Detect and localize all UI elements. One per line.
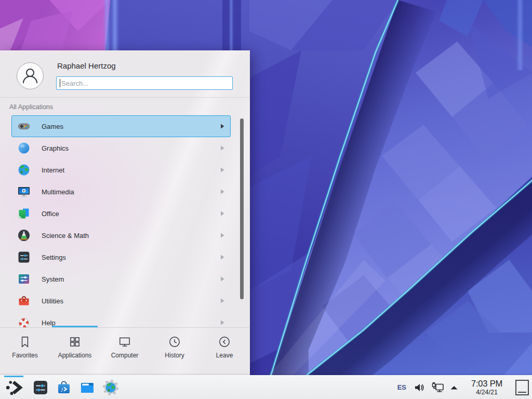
show-desktop-button[interactable] [515, 380, 529, 395]
system-tray: ES [397, 379, 532, 396]
tab-computer[interactable]: Computer [100, 328, 150, 376]
network-tray-item[interactable] [431, 382, 445, 393]
speaker-icon [414, 382, 425, 393]
leave-icon [218, 335, 231, 349]
category-label: Settings [42, 254, 66, 261]
user-name: Raphael Hertzog [57, 61, 116, 70]
tab-applications[interactable]: Applications [50, 328, 100, 376]
launcher-tab-bar: Favorites Applications Computer [0, 327, 249, 376]
submenu-arrow-icon [220, 167, 225, 173]
tab-label: Applications [58, 352, 92, 359]
utilities-toolbox-icon [17, 294, 31, 308]
category-list: Games Graphics [11, 115, 231, 327]
submenu-arrow-icon [220, 123, 225, 129]
discover-software-center-icon [56, 379, 72, 396]
volume-tray-item[interactable] [414, 382, 425, 393]
system-sliders-icon [17, 272, 31, 286]
graphics-sphere-icon [17, 141, 31, 155]
taskbar-system-settings[interactable] [32, 376, 49, 399]
category-label: Internet [42, 166, 64, 174]
category-label: Office [42, 210, 59, 218]
tab-label: Favorites [12, 352, 37, 359]
dolphin-file-manager-icon [79, 379, 96, 396]
wired-network-icon [431, 382, 445, 393]
digital-clock[interactable]: 7:03 PM 4/24/21 [467, 379, 507, 396]
active-tab-indicator [52, 326, 98, 327]
application-launcher-popup: Raphael Hertzog All Applications Games [0, 50, 250, 375]
clock-date: 4/24/21 [467, 389, 507, 396]
category-label: System [42, 275, 64, 283]
category-row-help[interactable]: Help [11, 312, 231, 327]
application-launcher-button[interactable] [3, 376, 25, 399]
category-row-utilities[interactable]: Utilities [11, 290, 231, 312]
submenu-arrow-icon [220, 232, 225, 238]
clock-time: 7:03 PM [467, 379, 507, 388]
tab-label: Leave [216, 352, 233, 359]
gamepad-icon [17, 119, 31, 133]
show-desktop-icon [515, 380, 529, 395]
globe-icon [17, 163, 31, 177]
launcher-header: Raphael Hertzog [0, 50, 249, 98]
computer-icon [118, 335, 131, 349]
text-cursor [60, 79, 60, 87]
kickoff-launcher-icon [4, 378, 24, 397]
category-label: Utilities [42, 297, 63, 305]
taskbar-left [0, 376, 119, 399]
category-row-science-math[interactable]: Science & Math [11, 224, 231, 246]
history-clock-icon [168, 335, 181, 349]
search-input[interactable] [56, 76, 233, 90]
app-grid-icon [68, 335, 82, 349]
category-row-office[interactable]: Office [11, 203, 231, 224]
category-row-graphics[interactable]: Graphics [11, 137, 231, 159]
active-task-indicator [4, 376, 23, 377]
tab-favorites[interactable]: Favorites [0, 328, 50, 376]
submenu-arrow-icon [220, 320, 225, 326]
help-lifebuoy-icon [17, 316, 31, 327]
science-flask-icon [17, 229, 31, 242]
scrollbar[interactable] [240, 118, 244, 299]
multimedia-monitor-icon [17, 185, 31, 198]
category-label: Games [42, 123, 63, 130]
tray-expander[interactable] [450, 385, 458, 390]
taskbar: ES [0, 375, 532, 399]
section-label: All Applications [9, 103, 53, 111]
submenu-arrow-icon [220, 189, 225, 195]
taskbar-web-browser[interactable] [102, 376, 119, 399]
category-label: Graphics [42, 144, 69, 152]
category-label: Multimedia [42, 188, 74, 196]
category-label: Science & Math [42, 232, 89, 240]
caret-up-icon [450, 385, 458, 390]
tab-leave[interactable]: Leave [200, 328, 249, 376]
submenu-arrow-icon [220, 298, 225, 304]
category-row-settings[interactable]: Settings [11, 246, 231, 268]
submenu-arrow-icon [220, 254, 225, 260]
submenu-arrow-icon [220, 276, 225, 282]
user-icon [17, 63, 43, 89]
taskbar-file-manager[interactable] [79, 376, 96, 399]
taskbar-discover[interactable] [56, 376, 72, 399]
user-avatar[interactable] [17, 62, 44, 89]
system-settings-icon [32, 379, 49, 396]
desktop: Raphael Hertzog All Applications Games [0, 0, 532, 399]
category-row-games[interactable]: Games [11, 115, 231, 137]
settings-sliders-icon [17, 250, 31, 264]
bookmark-icon [18, 335, 32, 349]
category-row-multimedia[interactable]: Multimedia [11, 181, 231, 203]
category-row-internet[interactable]: Internet [11, 159, 231, 181]
keyboard-layout-indicator[interactable]: ES [397, 383, 406, 391]
submenu-arrow-icon [220, 145, 225, 151]
category-row-system[interactable]: System [11, 268, 231, 290]
office-documents-icon [17, 207, 31, 220]
tab-label: Computer [111, 352, 139, 359]
submenu-arrow-icon [220, 210, 225, 217]
tab-label: History [165, 352, 184, 359]
konqueror-browser-icon [102, 379, 119, 396]
tab-history[interactable]: History [150, 328, 200, 376]
